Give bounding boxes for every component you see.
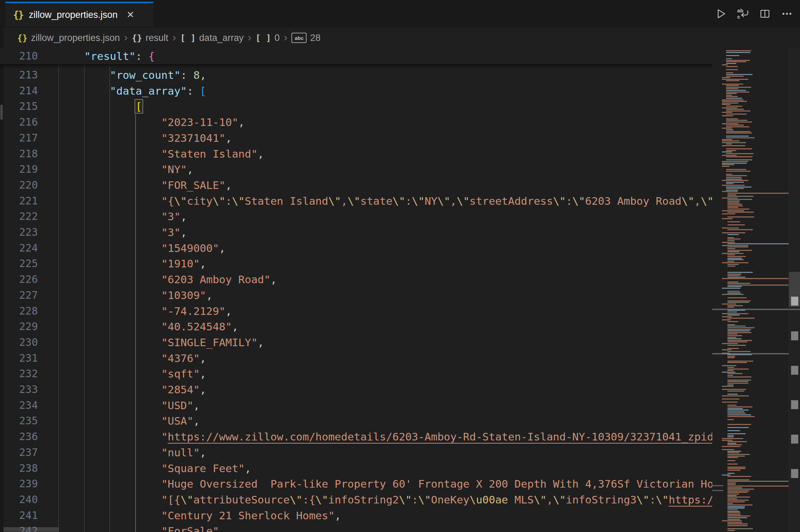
code-line[interactable]: "NY",: [58, 161, 193, 177]
code-line[interactable]: "FOR_SALE",: [58, 177, 232, 193]
minimap-line: [727, 433, 746, 434]
code-line[interactable]: "USD",: [58, 397, 200, 413]
sticky-scroll-line[interactable]: 210 "result": {: [0, 48, 712, 65]
minimap-line: [722, 438, 743, 439]
code-line[interactable]: "-74.2129",: [58, 303, 232, 319]
code-line[interactable]: "{\"city\":\"Staten Island\",\"state\":\…: [58, 193, 712, 209]
code-line[interactable]: "Huge Oversized Park-like Property 60' F…: [58, 476, 712, 492]
code-line[interactable]: "2023-11-10",: [58, 114, 245, 130]
code-row: 235 "USA",: [0, 413, 712, 429]
minimap-line: [722, 79, 748, 80]
code-line[interactable]: "null",: [58, 445, 206, 460]
code-line[interactable]: "3",: [58, 209, 187, 224]
minimap-line: [722, 210, 744, 211]
minimap-line: [722, 99, 744, 100]
split-editor-icon: [759, 8, 771, 20]
minimap-line: [727, 209, 749, 210]
left-edge-scrollbar-thumb[interactable]: [0, 105, 3, 120]
code-line[interactable]: "1549000",: [58, 240, 225, 256]
split-editor-button[interactable]: [758, 7, 772, 21]
word-wrap-button[interactable]: ab c: [736, 7, 750, 21]
minimap-line: [726, 150, 736, 151]
code-line[interactable]: [: [58, 98, 142, 114]
scrollbar-decoration-mark: [791, 400, 798, 409]
breadcrumb-item-28[interactable]: abc28: [291, 33, 320, 43]
code-line[interactable]: "6203 Amboy Road",: [58, 272, 277, 287]
minimap-line: [727, 370, 734, 371]
minimap-line: [727, 451, 741, 452]
minimap-line: [727, 367, 734, 368]
line-number: 220: [0, 177, 38, 193]
code-row: 237 "null",: [0, 445, 712, 460]
minimap-line: [727, 254, 735, 255]
run-button[interactable]: [714, 7, 728, 21]
code-line[interactable]: "10309",: [58, 287, 213, 303]
breadcrumb-label: 28: [310, 33, 320, 43]
minimap-line: [727, 362, 747, 363]
minimap-line: [727, 427, 749, 428]
minimap-line: [727, 351, 751, 352]
code-row: 219 "NY",: [0, 161, 712, 177]
code-line[interactable]: "SINGLE_FAMILY",: [58, 334, 264, 350]
code-line[interactable]: "Square Feet",: [58, 460, 251, 476]
minimap-line: [722, 151, 732, 152]
code-line[interactable]: "result": {: [58, 48, 155, 64]
minimap-line: [726, 121, 752, 123]
minimap-line: [726, 106, 742, 107]
breadcrumb-item-0[interactable]: [ ]0: [256, 33, 280, 43]
code-line[interactable]: "40.524548",: [58, 319, 238, 334]
minimap-line: [727, 243, 789, 244]
minimap-line: [727, 443, 736, 444]
code-row: 222 "3",: [0, 209, 712, 224]
minimap-line: [727, 369, 749, 370]
breadcrumb-item-zillow-properties-json[interactable]: {}zillow_properties.json: [17, 33, 120, 43]
vertical-scrollbar[interactable]: [789, 48, 800, 532]
minimap-line: [727, 519, 740, 520]
minimap-line: [727, 238, 740, 240]
minimap-line: [722, 304, 736, 305]
minimap-line: [722, 475, 730, 476]
breadcrumb-item-result[interactable]: {}result: [132, 33, 168, 43]
editor-viewport[interactable]: 213 "row_count": 8,214 "data_array": [21…: [0, 48, 712, 532]
breadcrumb-item-data-array[interactable]: [ ]data_array: [180, 33, 244, 43]
line-number: 228: [0, 303, 38, 319]
minimap-line: [727, 207, 738, 208]
code-line[interactable]: "Century 21 Sherlock Homes",: [58, 508, 341, 523]
minimap-line: [727, 406, 753, 407]
code-line[interactable]: "3",: [58, 224, 187, 240]
more-actions-button[interactable]: [780, 7, 794, 21]
minimap-line: [726, 182, 744, 183]
line-number: 241: [0, 508, 38, 523]
minimap-line: [727, 435, 734, 436]
minimap-line: [727, 274, 742, 275]
word-wrap-icon: ab c: [736, 7, 749, 20]
code-line[interactable]: "1910",: [58, 256, 206, 272]
minimap-line: [726, 52, 750, 53]
code-line[interactable]: "row_count": 8,: [58, 67, 206, 83]
code-line[interactable]: "https://www.zillow.com/homedetails/6203…: [58, 429, 712, 445]
minimap-line: [722, 389, 746, 390]
minimap-line: [727, 479, 749, 480]
tab-zillow-properties-json[interactable]: {} zillow_properties.json ✕: [6, 2, 153, 26]
close-icon[interactable]: ✕: [127, 10, 135, 20]
code-line[interactable]: "USA",: [58, 413, 200, 429]
code-line[interactable]: "Staten Island",: [58, 146, 264, 162]
code-line[interactable]: "ForSale": [58, 523, 219, 532]
code-line[interactable]: "4376",: [58, 350, 206, 366]
code-line[interactable]: "[{\"attributeSource\":{\"infoString2\":…: [58, 492, 712, 508]
horizontal-scrollbar-thumb[interactable]: [0, 527, 58, 532]
line-number: 215: [0, 98, 38, 114]
code-line[interactable]: "2854",: [58, 382, 206, 397]
minimap-line: [727, 441, 747, 442]
line-number: 231: [0, 350, 38, 366]
code-line[interactable]: "32371041",: [58, 130, 232, 146]
minimap-line: [722, 191, 738, 192]
minimap-line: [727, 234, 739, 235]
breadcrumb-separator: ›: [284, 31, 288, 44]
code-line[interactable]: "sqft",: [58, 366, 206, 382]
minimap-line: [722, 343, 738, 344]
minimap-line: [727, 457, 738, 458]
code-line[interactable]: "data_array": [: [58, 83, 206, 99]
play-icon: [715, 8, 727, 20]
minimap[interactable]: [712, 48, 789, 532]
